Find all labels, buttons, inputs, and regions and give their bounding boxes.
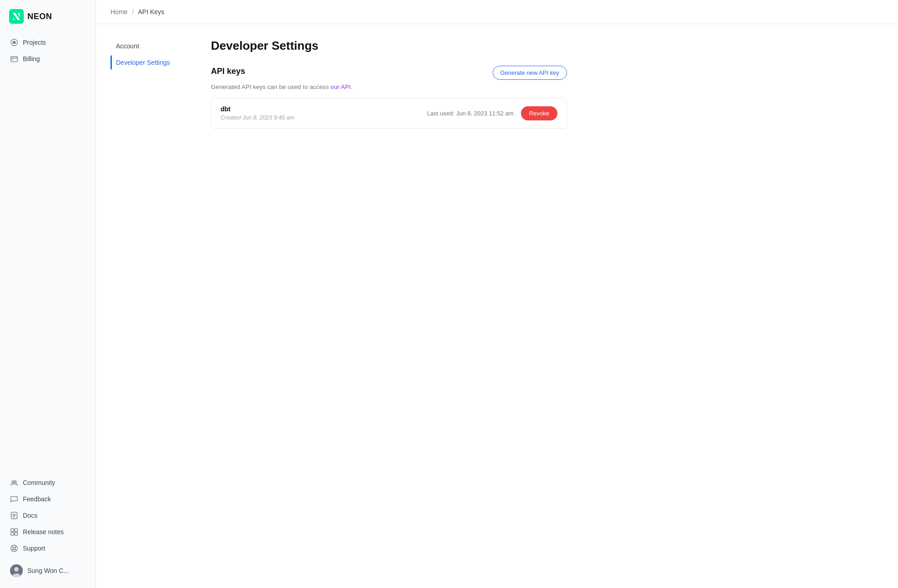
content-wrapper: Account Developer Settings Developer Set…: [96, 24, 898, 588]
sidebar-item-docs[interactable]: Docs: [5, 508, 90, 523]
svg-point-11: [11, 545, 17, 552]
api-key-info: dbt Created Jun 8, 2023 9:45 am: [221, 105, 294, 121]
main-content: Home / API Keys Account Developer Settin…: [96, 0, 898, 588]
sidebar-item-projects-label: Projects: [23, 39, 46, 46]
logo[interactable]: NEON: [0, 0, 95, 35]
svg-point-12: [13, 547, 15, 549]
logo-text: NEON: [27, 12, 52, 21]
billing-icon: [10, 55, 18, 63]
settings-sidebar-developer-settings[interactable]: Developer Settings: [110, 55, 193, 70]
docs-icon: [10, 511, 18, 520]
settings-sidebar-account[interactable]: Account: [110, 39, 193, 53]
svg-rect-10: [15, 532, 17, 535]
sidebar-item-release-notes-label: Release notes: [23, 528, 64, 536]
sidebar-item-feedback[interactable]: Feedback: [5, 491, 90, 507]
api-key-meta: Last used: Jun 8, 2023 11:52 am Revoke: [427, 106, 557, 120]
sidebar-item-billing[interactable]: Billing: [5, 51, 90, 67]
svg-rect-7: [11, 529, 14, 531]
sidebar-item-support[interactable]: Support: [5, 541, 90, 556]
api-keys-section-header: API keys Generate new API key: [211, 66, 567, 80]
user-avatar-image: [10, 564, 23, 577]
api-keys-description: Generated API keys can be used to access…: [211, 83, 567, 90]
svg-rect-8: [15, 529, 17, 531]
generate-api-key-button[interactable]: Generate new API key: [493, 66, 567, 80]
api-key-created: Created Jun 8, 2023 9:45 am: [221, 114, 294, 121]
feedback-icon: [10, 495, 18, 503]
page-title: Developer Settings: [211, 39, 567, 53]
our-api-link[interactable]: our API: [331, 83, 351, 90]
release-notes-icon: [10, 528, 18, 536]
breadcrumb-separator: /: [132, 8, 134, 16]
user-name: Sung Won C...: [27, 567, 69, 574]
api-key-name: dbt: [221, 105, 294, 113]
settings-content: Developer Settings API keys Generate new…: [211, 39, 567, 573]
breadcrumb-current: API Keys: [138, 8, 164, 16]
sidebar-item-docs-label: Docs: [23, 512, 37, 519]
revoke-button[interactable]: Revoke: [521, 106, 557, 120]
svg-point-14: [14, 567, 19, 572]
breadcrumb-home[interactable]: Home: [110, 8, 127, 16]
community-icon: [10, 479, 18, 487]
sidebar-nav: Projects Billing: [0, 35, 95, 469]
sidebar-user[interactable]: Sung Won C...: [5, 561, 90, 581]
neon-logo-icon: [9, 9, 24, 24]
svg-point-4: [12, 481, 14, 483]
svg-rect-3: [12, 59, 14, 60]
api-keys-desc-text: Generated API keys can be used to access: [211, 83, 331, 90]
sidebar-bottom: Community Feedback Docs Release: [0, 469, 95, 588]
projects-icon: [10, 38, 18, 47]
sidebar-item-support-label: Support: [23, 545, 45, 552]
sidebar-item-community-label: Community: [23, 479, 55, 486]
sidebar-item-billing-label: Billing: [23, 55, 40, 62]
svg-point-5: [14, 481, 16, 483]
api-keys-period: .: [351, 83, 352, 90]
avatar: [10, 564, 23, 577]
api-key-row: dbt Created Jun 8, 2023 9:45 am Last use…: [211, 98, 567, 129]
settings-sidebar: Account Developer Settings: [110, 39, 193, 573]
sidebar: NEON Projects Billing: [0, 0, 96, 588]
sidebar-item-feedback-label: Feedback: [23, 495, 51, 503]
api-keys-title: API keys: [211, 67, 245, 76]
svg-rect-2: [11, 57, 17, 62]
sidebar-item-release-notes[interactable]: Release notes: [5, 524, 90, 540]
svg-rect-9: [11, 532, 14, 535]
sidebar-item-projects[interactable]: Projects: [5, 35, 90, 50]
sidebar-item-community[interactable]: Community: [5, 475, 90, 490]
api-key-last-used: Last used: Jun 8, 2023 11:52 am: [427, 110, 514, 117]
support-icon: [10, 544, 18, 552]
breadcrumb: Home / API Keys: [96, 0, 898, 24]
